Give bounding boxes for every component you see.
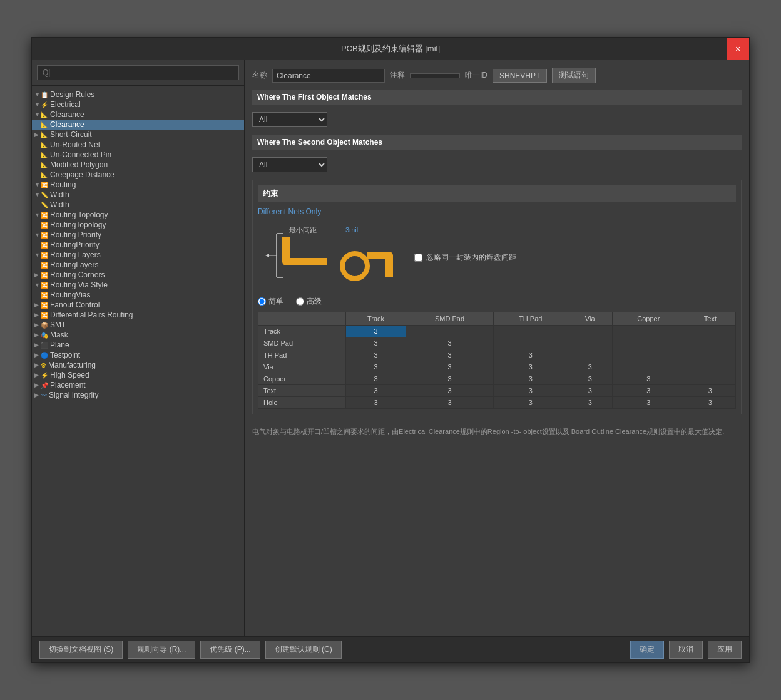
advanced-radio[interactable] xyxy=(296,297,304,306)
tree-item-plane[interactable]: ▶ ⬛ Plane xyxy=(32,340,244,350)
left-panel: ▼ 📋 Design Rules ▼ ⚡ Electrical ▼ 📐 Clea… xyxy=(32,60,245,636)
cell-text-th[interactable]: 3 xyxy=(494,385,568,397)
tree-item-diff-pairs-routing[interactable]: ▶ 🔀 Differential Pairs Routing xyxy=(32,310,244,320)
cell-copper-via[interactable]: 3 xyxy=(568,373,612,385)
cell-th-track[interactable]: 3 xyxy=(345,349,406,361)
cell-via-smd[interactable]: 3 xyxy=(406,361,494,373)
cell-smd-th[interactable] xyxy=(494,337,568,349)
cell-th-text[interactable] xyxy=(685,349,735,361)
cell-via-track[interactable]: 3 xyxy=(345,361,406,373)
tree-item-un-connected-pin[interactable]: 📐 Un-Connected Pin xyxy=(32,150,244,160)
create-default-rules-button[interactable]: 创建默认规则 (C) xyxy=(265,641,342,659)
cell-hole-track[interactable]: 3 xyxy=(345,397,406,409)
tree-item-manufacturing[interactable]: ▶ ⚙ Manufacturing xyxy=(32,360,244,370)
switch-doc-view-button[interactable]: 切换到文档视图 (S) xyxy=(39,641,123,659)
cell-text-via[interactable]: 3 xyxy=(568,385,612,397)
cell-via-th[interactable]: 3 xyxy=(494,361,568,373)
cell-hole-copper[interactable]: 3 xyxy=(612,397,685,409)
cell-th-via[interactable] xyxy=(568,349,612,361)
cell-hole-via[interactable]: 3 xyxy=(568,397,612,409)
cell-track-track[interactable]: 3 xyxy=(345,326,406,337)
tree-item-routing-vias[interactable]: 🔀 RoutingVias xyxy=(32,290,244,300)
tree-item-testpoint[interactable]: ▶ 🔵 Testpoint xyxy=(32,350,244,360)
tree-item-routing-via-style-group[interactable]: ▼ 🔀 Routing Via Style xyxy=(32,280,244,290)
cell-smd-track[interactable]: 3 xyxy=(345,337,406,349)
tree-item-electrical[interactable]: ▼ ⚡ Electrical xyxy=(32,100,244,110)
tree-item-routing[interactable]: ▼ 🔀 Routing xyxy=(32,180,244,190)
tree-item-signal-integrity[interactable]: ▶ 〰 Signal Integrity xyxy=(32,390,244,400)
tree-item-routing-layers-group[interactable]: ▼ 🔀 Routing Layers xyxy=(32,250,244,260)
tree-item-modified-polygon[interactable]: 📐 Modified Polygon xyxy=(32,160,244,170)
title-bar: PCB规则及约束编辑器 [mil] × xyxy=(32,38,749,60)
cell-text-copper[interactable]: 3 xyxy=(612,385,685,397)
close-button[interactable]: × xyxy=(727,38,749,60)
tree-item-routing-topology[interactable]: 🔀 RoutingTopology xyxy=(32,220,244,230)
cell-via-copper[interactable] xyxy=(612,361,685,373)
tree-item-clearance[interactable]: 📐 Clearance xyxy=(32,120,244,130)
priority-button[interactable]: 优先级 (P)... xyxy=(200,641,260,659)
footnote: 电气对象与电路板开口/凹槽之间要求的间距，由Electrical Clearan… xyxy=(252,427,742,436)
cancel-button[interactable]: 取消 xyxy=(669,641,703,659)
cell-track-th[interactable] xyxy=(494,326,568,337)
tree-item-routing-corners[interactable]: ▶ 🔀 Routing Corners xyxy=(32,270,244,280)
test-button[interactable]: 测试语句 xyxy=(552,68,596,83)
cell-smd-smd[interactable]: 3 xyxy=(406,337,494,349)
tree-item-mask[interactable]: ▶ 🎭 Mask xyxy=(32,330,244,340)
row-label-hole: Hole xyxy=(258,397,346,409)
cell-th-th[interactable]: 3 xyxy=(494,349,568,361)
cell-via-via[interactable]: 3 xyxy=(568,361,612,373)
uid-button[interactable]: SHNEVHPT xyxy=(493,69,547,83)
cell-copper-text[interactable] xyxy=(685,373,735,385)
cell-smd-via[interactable] xyxy=(568,337,612,349)
simple-radio-label[interactable]: 简单 xyxy=(258,296,283,307)
cell-smd-copper[interactable] xyxy=(612,337,685,349)
cell-th-smd[interactable]: 3 xyxy=(406,349,494,361)
apply-button[interactable]: 应用 xyxy=(708,641,742,659)
cell-track-text[interactable] xyxy=(685,326,735,337)
cell-hole-smd[interactable]: 3 xyxy=(406,397,494,409)
simple-radio[interactable] xyxy=(258,297,266,306)
tree-item-placement[interactable]: ▶ 📌 Placement xyxy=(32,380,244,390)
tree-item-un-routed-net[interactable]: 📐 Un-Routed Net xyxy=(32,140,244,150)
ignore-checkbox-container: 忽略同一封装内的焊盘间距 xyxy=(414,252,516,263)
cell-copper-track[interactable]: 3 xyxy=(345,373,406,385)
tree-item-high-speed[interactable]: ▶ ⚡ High Speed xyxy=(32,370,244,380)
where-first-select[interactable]: All Net Net Class Layer Custom Query xyxy=(252,112,327,127)
cell-track-smd[interactable] xyxy=(406,326,494,337)
tree-item-fanout-control[interactable]: ▶ 🔀 Fanout Control xyxy=(32,300,244,310)
tree-item-smt[interactable]: ▶ 📦 SMT xyxy=(32,320,244,330)
tree-item-design-rules[interactable]: ▼ 📋 Design Rules xyxy=(32,90,244,100)
tree-item-width[interactable]: 📏 Width xyxy=(32,200,244,210)
tree-item-short-circuit[interactable]: ▶ 📐 Short-Circuit xyxy=(32,130,244,140)
rule-wizard-button[interactable]: 规则向导 (R)... xyxy=(128,641,195,659)
cell-hole-text[interactable]: 3 xyxy=(685,397,735,409)
tree-item-routing-priority-group[interactable]: ▼ 🔀 Routing Priority xyxy=(32,230,244,240)
cell-copper-th[interactable]: 3 xyxy=(494,373,568,385)
rule-name-input[interactable] xyxy=(272,69,385,83)
cell-via-text[interactable] xyxy=(685,361,735,373)
tree-item-creepage-distance[interactable]: 📐 Creepage Distance xyxy=(32,170,244,180)
row-label-copper: Copper xyxy=(258,373,346,385)
where-second-select[interactable]: All Net Net Class Layer Custom Query xyxy=(252,157,327,172)
advanced-radio-label[interactable]: 高级 xyxy=(296,296,322,307)
tree-item-width-group[interactable]: ▼ 📏 Width xyxy=(32,190,244,200)
cell-track-copper[interactable] xyxy=(612,326,685,337)
tree-item-routing-layers[interactable]: 🔀 RoutingLayers xyxy=(32,260,244,270)
search-input[interactable] xyxy=(37,65,239,80)
cell-track-via[interactable] xyxy=(568,326,612,337)
cell-copper-smd[interactable]: 3 xyxy=(406,373,494,385)
cell-smd-text[interactable] xyxy=(685,337,735,349)
cell-th-copper[interactable] xyxy=(612,349,685,361)
tree-container: ▼ 📋 Design Rules ▼ ⚡ Electrical ▼ 📐 Clea… xyxy=(32,86,244,636)
cell-text-text[interactable]: 3 xyxy=(685,385,735,397)
tree-item-routing-topology-group[interactable]: ▼ 🔀 Routing Topology xyxy=(32,210,244,220)
cell-text-smd[interactable]: 3 xyxy=(406,385,494,397)
ok-button[interactable]: 确定 xyxy=(630,641,664,659)
cell-hole-th[interactable]: 3 xyxy=(494,397,568,409)
cell-copper-copper[interactable]: 3 xyxy=(612,373,685,385)
where-first-title: Where The First Object Matches xyxy=(252,90,742,105)
tree-item-routing-priority[interactable]: 🔀 RoutingPriority xyxy=(32,240,244,250)
cell-text-track[interactable]: 3 xyxy=(345,385,406,397)
ignore-pad-clearance-checkbox[interactable] xyxy=(414,254,422,262)
tree-item-clearance-group[interactable]: ▼ 📐 Clearance xyxy=(32,110,244,120)
